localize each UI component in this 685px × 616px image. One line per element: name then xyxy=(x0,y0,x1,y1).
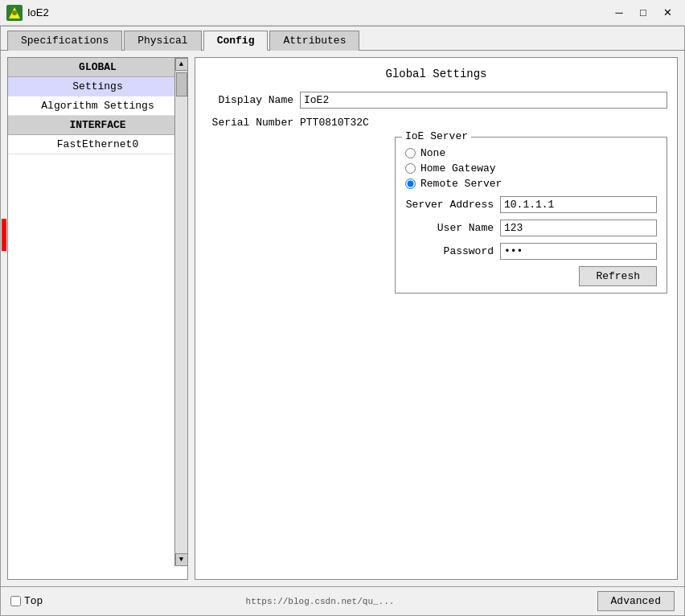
display-name-input[interactable] xyxy=(300,92,667,109)
serial-number-row: Serial Number PTT0810T32C xyxy=(205,117,667,129)
sidebar: GLOBAL Settings Algorithm Settings INTER… xyxy=(8,58,187,579)
radio-home-gateway[interactable] xyxy=(405,163,416,174)
tab-specifications[interactable]: Specifications xyxy=(7,31,122,51)
tab-bar: Specifications Physical Config Attribute… xyxy=(1,27,684,51)
radio-remote-server[interactable] xyxy=(405,179,416,189)
sidebar-section-global: GLOBAL xyxy=(8,58,187,77)
app-icon xyxy=(6,5,23,21)
sidebar-item-algorithm-settings[interactable]: Algorithm Settings xyxy=(8,97,187,116)
red-accent xyxy=(2,219,6,251)
svg-point-2 xyxy=(12,10,17,15)
radio-none-label[interactable]: None xyxy=(420,147,445,159)
serial-number-label: Serial Number xyxy=(205,117,293,129)
main-window: Specifications Physical Config Attribute… xyxy=(0,26,685,616)
radio-home-gateway-label[interactable]: Home Gateway xyxy=(420,162,496,175)
radio-none-row: None xyxy=(405,147,657,159)
scrollbar-vertical[interactable]: ▲ ▼ xyxy=(174,58,187,566)
refresh-button[interactable]: Refresh xyxy=(579,266,657,286)
window-controls: ─ □ ✕ xyxy=(608,4,679,22)
radio-none[interactable] xyxy=(405,148,416,158)
sidebar-item-settings[interactable]: Settings xyxy=(8,77,187,97)
tab-attributes[interactable]: Attributes xyxy=(269,31,359,51)
close-button[interactable]: ✕ xyxy=(656,4,679,22)
right-panel: Global Settings Display Name Serial Numb… xyxy=(195,57,678,580)
title-bar-left: IoE2 xyxy=(6,5,49,21)
server-fields: Server Address User Name Password xyxy=(405,196,657,286)
bottom-bar: Top https://blog.csdn.net/qu_... Advance… xyxy=(1,586,684,615)
scroll-thumb[interactable] xyxy=(176,72,187,97)
user-name-row: User Name xyxy=(405,220,657,236)
content-area: GLOBAL Settings Algorithm Settings INTER… xyxy=(1,51,684,586)
password-row: Password xyxy=(405,243,657,260)
window-title: IoE2 xyxy=(27,6,49,18)
maximize-button[interactable]: □ xyxy=(632,4,654,22)
radio-remote-server-row: Remote Server xyxy=(405,178,657,190)
password-label: Password xyxy=(405,245,494,257)
ioe-server-label xyxy=(205,137,293,140)
tab-physical[interactable]: Physical xyxy=(124,31,201,51)
left-panel: GLOBAL Settings Algorithm Settings INTER… xyxy=(7,57,188,580)
display-name-row: Display Name xyxy=(205,92,667,109)
server-address-label: Server Address xyxy=(405,199,494,211)
ioe-server-row: IoE Server None Home Gateway Remote Serv… xyxy=(205,137,667,294)
top-label: Top xyxy=(24,595,43,607)
minimize-button[interactable]: ─ xyxy=(608,4,630,22)
advanced-button[interactable]: Advanced xyxy=(597,591,675,611)
bottom-url: https://blog.csdn.net/qu_... xyxy=(246,597,395,606)
refresh-row: Refresh xyxy=(405,266,657,286)
password-input[interactable] xyxy=(500,243,657,260)
display-name-label: Display Name xyxy=(205,94,293,106)
radio-home-gateway-row: Home Gateway xyxy=(405,162,657,175)
radio-remote-server-label[interactable]: Remote Server xyxy=(420,178,502,190)
user-name-input[interactable] xyxy=(500,220,657,236)
panel-title: Global Settings xyxy=(205,68,667,80)
serial-number-value: PTT0810T32C xyxy=(300,117,369,129)
server-address-row: Server Address xyxy=(405,196,657,213)
top-checkbox[interactable] xyxy=(10,596,21,606)
sidebar-item-fastethernet0[interactable]: FastEthernet0 xyxy=(8,135,187,154)
ioe-server-group: IoE Server None Home Gateway Remote Serv… xyxy=(395,137,667,294)
tab-config[interactable]: Config xyxy=(203,31,269,51)
top-checkbox-label[interactable]: Top xyxy=(10,595,43,607)
scroll-up-arrow[interactable]: ▲ xyxy=(175,58,188,71)
ioe-server-legend: IoE Server xyxy=(402,130,471,142)
server-address-input[interactable] xyxy=(500,196,657,213)
scroll-down-arrow[interactable]: ▼ xyxy=(175,553,188,566)
bottom-left: Top xyxy=(10,595,43,607)
settings-panel: Global Settings Display Name Serial Numb… xyxy=(195,57,678,580)
sidebar-section-interface: INTERFACE xyxy=(8,116,187,135)
title-bar: IoE2 ─ □ ✕ xyxy=(0,0,685,26)
user-name-label: User Name xyxy=(405,222,494,234)
